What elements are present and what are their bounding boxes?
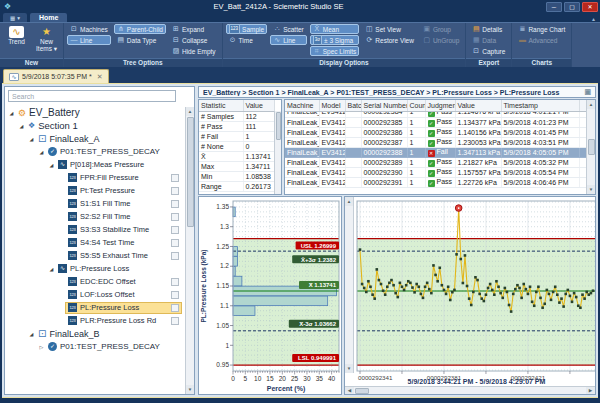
ribbon-button-3-sigma[interactable]: 3σ± 3 Sigma bbox=[310, 35, 360, 45]
tree-item-checkbox[interactable] bbox=[171, 226, 179, 234]
result-row[interactable]: FinalLeak_AEV341200002923841✓Pass1.11467… bbox=[285, 111, 590, 117]
close-button[interactable]: ✕ bbox=[582, 2, 598, 12]
ribbon-button-ungroup[interactable]: ▢UnGroup bbox=[420, 35, 462, 45]
ribbon-button-collapse[interactable]: ⊟Collapse bbox=[169, 35, 219, 45]
tree-item-checkbox[interactable] bbox=[171, 278, 179, 286]
stats-row[interactable]: # None0 bbox=[199, 141, 274, 151]
ribbon-button-spec-limits[interactable]: ⌗Spec Limits bbox=[310, 46, 360, 56]
ribbon-button-details[interactable]: ▤Details bbox=[469, 24, 508, 34]
run-chart-hscrollbar[interactable]: ◀ ▶ bbox=[345, 386, 595, 394]
tree-item-checkbox[interactable] bbox=[171, 291, 179, 299]
ribbon-button-trend[interactable]: ∿Trend bbox=[3, 24, 30, 57]
results-scrollbar[interactable]: ▲ ▼ bbox=[586, 100, 595, 194]
ribbon-button-machines[interactable]: ⊡Machines bbox=[67, 24, 111, 34]
results-column-header[interactable]: Timestamp bbox=[501, 100, 579, 111]
tree-item-section-1[interactable]: ◢❖Section 1 bbox=[5, 119, 194, 132]
tree-item-pl-pressure-loss[interactable]: 123PL:Pressure Loss bbox=[5, 301, 194, 314]
stats-row[interactable]: X̄1.13741 bbox=[199, 151, 274, 161]
tree-item-s4-s4-test-time[interactable]: 123S4:S4 Test Time bbox=[5, 236, 194, 249]
ribbon-button-mean[interactable]: X̄Mean bbox=[310, 24, 360, 34]
results-column-header[interactable]: Batch bbox=[345, 100, 361, 111]
scroll-down-icon[interactable]: ▼ bbox=[345, 364, 353, 373]
expander-open-icon[interactable]: ◢ bbox=[48, 162, 55, 168]
results-column-header[interactable]: Judgment bbox=[425, 100, 455, 111]
ribbon-button-advanced[interactable]: ▬Advanced bbox=[515, 35, 568, 45]
results-column-header[interactable]: Value bbox=[455, 100, 501, 111]
tree-item-finalleak-b[interactable]: ◢⊡FinalLeak_B bbox=[5, 327, 194, 340]
stats-scrollbar[interactable] bbox=[274, 111, 281, 194]
run-chart-vscrollbar[interactable]: ▲ ▼ bbox=[345, 197, 354, 373]
expander-open-icon[interactable]: ◢ bbox=[8, 110, 15, 116]
ribbon-button-line[interactable]: ∿Line bbox=[270, 35, 307, 45]
ribbon-collapse-icon[interactable]: ▴ bbox=[592, 15, 595, 22]
ribbon-button-capture[interactable]: ⊡Capture bbox=[469, 46, 508, 56]
scroll-up-icon[interactable]: ▲ bbox=[345, 197, 353, 206]
ribbon-button-new-items[interactable]: ★New Items ▾ bbox=[33, 24, 60, 57]
ribbon-button-restore-view[interactable]: ⟳Restore View bbox=[362, 35, 417, 45]
result-row[interactable]: FinalLeak_AEV341200002923851✓Pass1.13437… bbox=[285, 117, 590, 127]
stats-row[interactable]: # Samples112 bbox=[199, 111, 274, 121]
ribbon-button-set-view[interactable]: ◫Set View bbox=[362, 24, 417, 34]
result-row[interactable]: FinalLeak_AEV341200002923901✓Pass1.15755… bbox=[285, 167, 590, 177]
search-input[interactable] bbox=[8, 90, 176, 102]
tree-item-edc-edc-offset[interactable]: 123EDC:EDC Offset bbox=[5, 275, 194, 288]
tree-scrollbar-thumb[interactable] bbox=[187, 117, 194, 227]
result-row[interactable]: FinalLeak_AEV341200002923861✓Pass1.14015… bbox=[285, 127, 590, 137]
ribbon-button-scatter[interactable]: ∴Scatter bbox=[270, 24, 307, 34]
run-chart-hscrollbar-thumb[interactable] bbox=[355, 388, 369, 394]
stats-column-header[interactable]: Value bbox=[243, 100, 274, 111]
stats-column-header[interactable]: Statistic bbox=[199, 100, 243, 111]
results-scrollbar-thumb[interactable] bbox=[588, 139, 595, 155]
minimize-button[interactable]: ─ bbox=[546, 2, 562, 12]
tree-item-checkbox[interactable] bbox=[171, 174, 179, 182]
scroll-up-icon[interactable]: ▲ bbox=[186, 107, 194, 116]
document-tab[interactable]: ∿ 5/9/2018 5:07:35 PM * ✕ bbox=[3, 69, 109, 83]
histogram-chart[interactable]: 0.9511.051.11.151.21.251.31.350510152025… bbox=[199, 197, 341, 394]
result-row[interactable]: FinalLeak_AEV341200002923891✓Pass1.21827… bbox=[285, 157, 590, 167]
result-row[interactable]: FinalLeak_AEV341200002923911✓Pass1.22726… bbox=[285, 177, 590, 187]
ribbon-button-data-type[interactable]: ▤Data Type bbox=[114, 35, 166, 45]
stats-row[interactable]: # Fail1 bbox=[199, 131, 274, 141]
app-menu-button[interactable]: ▦▾ bbox=[3, 13, 27, 22]
results-column-header[interactable]: Count bbox=[407, 100, 425, 111]
maximize-button[interactable]: ▢ bbox=[564, 2, 580, 12]
ribbon-button-parent-child[interactable]: ⋔Parent-Child bbox=[114, 24, 166, 34]
scroll-right-icon[interactable]: ▶ bbox=[586, 387, 595, 394]
tree-item-checkbox[interactable] bbox=[171, 187, 179, 195]
tree-item-pt-test-pressure[interactable]: 123Pt:Test Pressure bbox=[5, 184, 194, 197]
scroll-up-icon[interactable]: ▲ bbox=[587, 100, 595, 109]
expander-open-icon[interactable]: ◢ bbox=[38, 149, 45, 155]
result-row[interactable]: FinalLeak_AEV341200002923881✕Fail1.34711… bbox=[285, 147, 590, 157]
tree-item-s3-s3-stabilize-time[interactable]: 123S3:S3 Stabilize Time bbox=[5, 223, 194, 236]
ribbon-button-data[interactable]: ▦Data bbox=[469, 35, 508, 45]
expander-open-icon[interactable]: ◢ bbox=[48, 266, 55, 272]
tree-item-s5-s5-exhaust-time[interactable]: 123S5:S5 Exhaust Time bbox=[5, 249, 194, 262]
tree-item-checkbox[interactable] bbox=[171, 304, 179, 312]
tree-item-p01-test-press-decay[interactable]: ◢✓P01:TEST_PRESS_DECAY bbox=[5, 145, 194, 158]
breadcrumb-window-icon[interactable]: ▣ bbox=[584, 88, 591, 96]
tree-item-fpr-fill-pressure[interactable]: 123FPR:Fill Pressure bbox=[5, 171, 194, 184]
results-column-header[interactable]: Serial Number bbox=[361, 100, 407, 111]
tree-item-p01-test-press-decay[interactable]: ▷✓P01:TEST_PRESS_DECAY bbox=[5, 340, 194, 353]
tree-item-p-018-meas-pressure[interactable]: ◢∿P[018]:Meas Pressure bbox=[5, 158, 194, 171]
stats-row[interactable]: Range0.26173 bbox=[199, 181, 274, 191]
tab-home[interactable]: Home bbox=[30, 13, 67, 22]
tree-scrollbar[interactable]: ▲ ▼ bbox=[185, 107, 194, 394]
tree-item-checkbox[interactable] bbox=[171, 200, 179, 208]
expander-open-icon[interactable]: ◢ bbox=[28, 136, 35, 142]
stats-row[interactable]: # Pass111 bbox=[199, 121, 274, 131]
tree-item-ev-battery[interactable]: ◢⚙EV_Battery bbox=[5, 106, 194, 119]
stats-row[interactable]: Max1.34711 bbox=[199, 161, 274, 171]
tree-item-lof-loss-offset[interactable]: 123LOF:Loss Offset bbox=[5, 288, 194, 301]
results-column-header[interactable]: Machine bbox=[285, 100, 319, 111]
ribbon-button-time[interactable]: ⊙Time bbox=[226, 35, 268, 45]
ribbon-button-sample[interactable]: 123Sample bbox=[226, 24, 268, 34]
expander-closed-icon[interactable]: ▷ bbox=[38, 344, 45, 350]
ribbon-button-expand[interactable]: ⊞Expand bbox=[169, 24, 219, 34]
scroll-down-icon[interactable]: ▼ bbox=[587, 185, 595, 194]
ribbon-button-group[interactable]: ▣Group bbox=[420, 24, 462, 34]
stats-scrollbar-thumb[interactable] bbox=[276, 112, 281, 140]
ribbon-button-hide-empty[interactable]: ▨Hide Empty bbox=[169, 46, 219, 56]
tree-item-checkbox[interactable] bbox=[171, 252, 179, 260]
tree-item-finalleak-a[interactable]: ◢⊡FinalLeak_A bbox=[5, 132, 194, 145]
